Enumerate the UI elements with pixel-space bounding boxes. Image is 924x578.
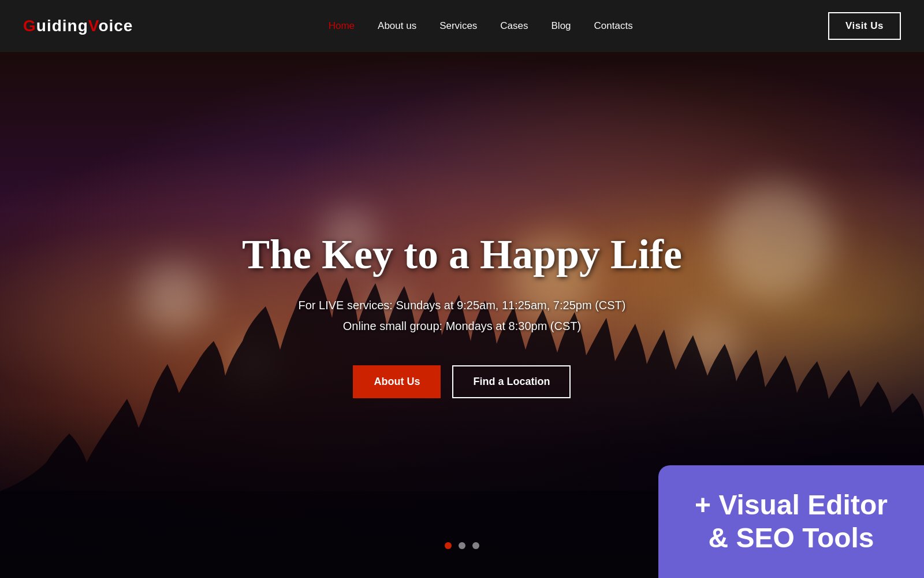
hero-title: The Key to a Happy Life (242, 232, 682, 277)
nav-item-blog[interactable]: Blog (552, 20, 571, 32)
navbar: GuidingVoice Home About us Services Case… (0, 0, 924, 52)
logo[interactable]: GuidingVoice (23, 17, 133, 35)
hero-content: The Key to a Happy Life For LIVE service… (242, 232, 682, 398)
nav-item-contacts[interactable]: Contacts (594, 20, 633, 32)
find-location-button[interactable]: Find a Location (452, 365, 571, 398)
dot-1[interactable] (445, 542, 452, 549)
logo-v: V (88, 17, 99, 35)
visual-editor-text: + Visual Editor & SEO Tools (687, 488, 895, 555)
hero-dots (445, 542, 479, 549)
badge-line2: & SEO Tools (708, 523, 874, 553)
logo-guiding-rest: uiding (36, 17, 88, 35)
hero-section: The Key to a Happy Life For LIVE service… (0, 52, 924, 578)
hero-buttons: About Us Find a Location (242, 365, 682, 398)
hero-subtitle: For LIVE services: Sundays at 9:25am, 11… (242, 295, 682, 336)
visual-editor-badge: + Visual Editor & SEO Tools (658, 465, 924, 578)
nav-link-cases[interactable]: Cases (500, 20, 528, 31)
nav-links: Home About us Services Cases Blog Contac… (329, 20, 633, 32)
nav-link-about[interactable]: About us (378, 20, 416, 31)
nav-link-services[interactable]: Services (439, 20, 477, 31)
visit-us-button[interactable]: Visit Us (828, 12, 901, 40)
logo-g: G (23, 17, 36, 35)
logo-voice-rest: oice (98, 17, 133, 35)
nav-item-cases[interactable]: Cases (500, 20, 528, 32)
hero-subtitle-line1: For LIVE services: Sundays at 9:25am, 11… (242, 295, 682, 316)
dot-3[interactable] (472, 542, 479, 549)
nav-item-home[interactable]: Home (329, 20, 355, 32)
badge-line1: + Visual Editor (695, 490, 888, 520)
nav-link-home[interactable]: Home (329, 20, 355, 31)
hero-subtitle-line2: Online small group: Mondays at 8:30pm (C… (242, 316, 682, 336)
nav-link-contacts[interactable]: Contacts (594, 20, 633, 31)
dot-2[interactable] (459, 542, 465, 549)
nav-item-services[interactable]: Services (439, 20, 477, 32)
nav-item-about[interactable]: About us (378, 20, 416, 32)
nav-link-blog[interactable]: Blog (552, 20, 571, 31)
about-us-button[interactable]: About Us (353, 365, 441, 398)
